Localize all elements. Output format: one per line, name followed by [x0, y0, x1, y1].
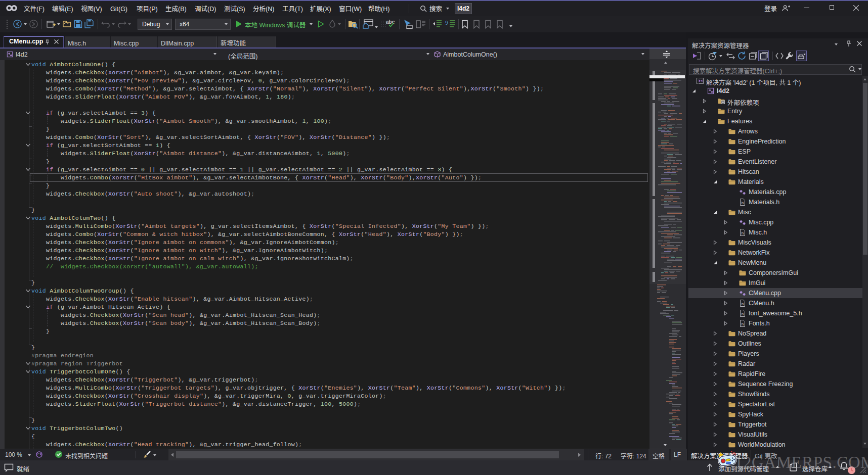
svg-text:h: h [742, 201, 744, 205]
svg-text:h: h [742, 312, 744, 316]
svg-text:h: h [742, 302, 744, 306]
svg-text:h: h [742, 231, 744, 235]
svg-text:h: h [742, 322, 744, 326]
